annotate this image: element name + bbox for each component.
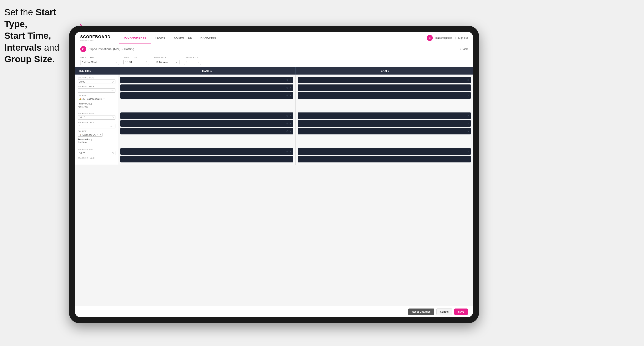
close-icon-1-1[interactable]: ✕	[290, 79, 292, 81]
sign-out-link[interactable]: Sign out	[458, 36, 468, 39]
player-slot-5-1: ⚙ ✕	[120, 148, 293, 155]
logo-text: SCOREBOARD	[80, 35, 110, 39]
chevron-icon-1: ▲▼	[110, 89, 114, 92]
settings-icon-5-1[interactable]: ⚙	[286, 150, 288, 153]
close-icon-2-1[interactable]: ✕	[467, 79, 469, 81]
course-tag-chevron-2[interactable]: ▼	[99, 134, 101, 136]
intervals-label: Intervals	[154, 56, 180, 59]
course-label-2: COURSE:	[78, 130, 116, 132]
course-name-1: (A) Peachtree GC	[82, 98, 100, 100]
th-team1: Team 1	[118, 67, 296, 75]
close-icon-1-3[interactable]: ✕	[290, 94, 292, 97]
player-slot-6-2	[298, 156, 471, 163]
breadcrumb-tournament[interactable]: Clippd Invitational (Mar)	[88, 47, 120, 51]
nav-committee[interactable]: COMMITTEE	[170, 32, 196, 44]
breadcrumb-sep: ›	[122, 47, 123, 51]
th-tee-time: Tee Time	[75, 67, 118, 75]
starting-hole-input-2[interactable]: 1 ▲▼	[78, 124, 116, 128]
player-slot-2-2	[298, 84, 471, 91]
settings-bar: Start Type 1st Tee Start ▼ Start Time 10…	[75, 54, 473, 67]
nav-rankings[interactable]: RANKINGS	[196, 32, 220, 44]
starting-time-input-1[interactable]: 10:00 ⏱	[78, 79, 116, 84]
course-tag-x-1[interactable]: ✕	[100, 98, 102, 100]
starting-time-label-2: STARTING TIME:	[78, 112, 116, 115]
close-icon-2-3[interactable]: ✕	[467, 94, 469, 97]
start-type-value: 1st Tee Start	[82, 61, 97, 64]
nav-right: B blair@clippd.io | Sign out	[427, 35, 468, 41]
nav-teams[interactable]: TEAMS	[150, 32, 170, 44]
course-label-1: COURSE:	[78, 94, 116, 97]
chevron-icon-2: ▲▼	[110, 125, 114, 127]
user-email: blair@clippd.io	[435, 36, 452, 39]
cancel-button[interactable]: Cancel	[436, 309, 452, 315]
settings-icon-3-2[interactable]: ⚙	[286, 122, 288, 125]
starting-hole-label-1: STARTING HOLE:	[78, 86, 116, 88]
close-icon-5-1[interactable]: ✕	[290, 150, 292, 153]
team2-cell-1: ✕ ✕	[296, 75, 473, 110]
close-icon-3-3[interactable]: ✕	[290, 130, 292, 133]
nav-tournaments[interactable]: TOURNAMENTS	[119, 32, 150, 44]
settings-icon-3-3[interactable]: ⚙	[286, 130, 288, 133]
start-time-select[interactable]: 10:00 ⏱	[124, 60, 149, 65]
close-icon-3-2[interactable]: ✕	[290, 122, 292, 125]
action-bar: Reset Changes Cancel Save	[75, 306, 473, 317]
start-type-select[interactable]: 1st Tee Start ▼	[80, 60, 119, 65]
settings-icon-1-2[interactable]: ⚙	[286, 86, 288, 89]
tablet-frame: SCOREBOARD Powered by clipp TOURNAMENTS …	[69, 26, 479, 323]
logo: SCOREBOARD Powered by clipp	[80, 35, 110, 41]
clock-icon-1: ⏱	[112, 81, 114, 83]
close-icon-4-3[interactable]: ✕	[467, 130, 469, 133]
starting-hole-label-3: STARTING HOLE:	[78, 157, 116, 159]
course-name-2: East Lake GC	[82, 134, 96, 136]
settings-icon-3-1[interactable]: ⚙	[286, 114, 288, 117]
player-slot-4-1: ✕	[298, 112, 471, 119]
course-icon-1: ⛳	[79, 98, 82, 100]
main-content: STARTING TIME: 10:00 ⏱ STARTING HOLE: 1 …	[75, 75, 473, 306]
add-group-2[interactable]: Add Group	[78, 141, 116, 144]
close-icon-1-2[interactable]: ✕	[290, 87, 292, 89]
reset-button[interactable]: Reset Changes	[408, 309, 434, 315]
remove-group-2[interactable]: Remove Group	[78, 138, 116, 141]
starting-time-label-1: STARTING TIME:	[78, 77, 116, 79]
player-slot-6-1: ✕	[298, 148, 471, 155]
nav-bar: SCOREBOARD Powered by clipp TOURNAMENTS …	[75, 32, 473, 44]
intervals-select[interactable]: 10 Minutes ▼	[154, 60, 180, 65]
course-tag-chevron-1[interactable]: ▼	[103, 98, 105, 100]
close-icon-4-1[interactable]: ✕	[467, 115, 469, 117]
instruction-text: Set the Start Type, Start Time, Interval…	[4, 6, 73, 65]
player-slot-1-2: ⚙ ✕	[120, 84, 293, 91]
group-size-group: Group Size 3 ▼	[184, 56, 201, 65]
close-icon-4-2[interactable]: ✕	[467, 122, 469, 125]
clock-icon-3: ⏱	[112, 152, 114, 155]
save-button[interactable]: Save	[454, 309, 468, 315]
close-icon-3-1[interactable]: ✕	[290, 115, 292, 117]
th-team2: Team 2	[296, 67, 473, 75]
starting-time-input-3[interactable]: 10:20 ⏱	[78, 151, 116, 155]
team2-cell-3: ✕	[296, 146, 473, 165]
player-slot-3-2: ⚙ ✕	[120, 120, 293, 127]
course-tag-2: 🏌 East Lake GC ✕ ▼	[78, 133, 103, 137]
course-icon-2: 🏌	[79, 134, 82, 136]
separator: |	[455, 36, 456, 39]
group-row-2: STARTING TIME: 10:10 ⏱ STARTING HOLE: 1 …	[75, 110, 473, 146]
player-slot-3-1: ⚙ ✕	[120, 112, 293, 119]
team1-cell-1: ⚙ ✕ ⚙ ✕ ⚙ ✕	[118, 75, 296, 110]
player-slot-2-1: ✕	[298, 77, 471, 83]
close-icon-6-1[interactable]: ✕	[467, 150, 469, 153]
back-link[interactable]: ‹ Back	[460, 47, 468, 51]
team1-cell-3: ⚙ ✕	[118, 146, 296, 165]
player-slot-4-3: ✕	[298, 128, 471, 135]
add-group-1[interactable]: Add Group	[78, 106, 116, 108]
settings-icon-1-3[interactable]: ⚙	[286, 94, 288, 97]
starting-hole-input-1[interactable]: 1 ▲▼	[78, 88, 116, 93]
back-arrow-icon: ‹	[460, 47, 462, 51]
group-row-1: STARTING TIME: 10:00 ⏱ STARTING HOLE: 1 …	[75, 75, 473, 110]
remove-group-1[interactable]: Remove Group	[78, 103, 116, 105]
start-type-label: Start Type	[80, 56, 119, 59]
starting-time-input-2[interactable]: 10:10 ⏱	[78, 115, 116, 120]
group-size-select[interactable]: 3 ▼	[184, 60, 201, 65]
settings-icon-1-1[interactable]: ⚙	[286, 79, 288, 81]
player-slot-1-3: ⚙ ✕	[120, 92, 293, 99]
course-tag-x-2[interactable]: ✕	[97, 134, 98, 136]
group-2-left: STARTING TIME: 10:10 ⏱ STARTING HOLE: 1 …	[75, 110, 118, 146]
